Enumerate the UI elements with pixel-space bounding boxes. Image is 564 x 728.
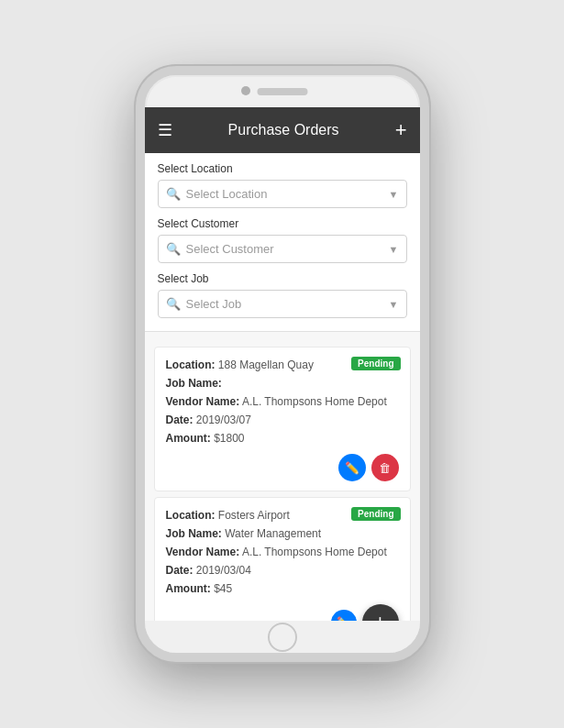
job-placeholder: Select Job <box>186 297 389 311</box>
order-1-date: Date: 2019/03/07 <box>166 412 399 428</box>
phone-home-area <box>145 621 420 653</box>
location-placeholder: Select Location <box>186 187 389 201</box>
home-button[interactable] <box>268 623 297 652</box>
order-2-actions: ✏️ + <box>166 604 399 621</box>
phone-speaker <box>257 88 307 95</box>
location-filter-label: Select Location <box>158 162 407 175</box>
customer-filter-group: Select Customer 🔍 Select Customer ▼ <box>158 217 407 263</box>
page-title: Purchase Orders <box>228 122 339 138</box>
order-1-job: Job Name: <box>166 375 399 392</box>
order-1-actions: ✏️ 🗑 <box>166 454 399 481</box>
customer-dropdown[interactable]: 🔍 Select Customer ▼ <box>158 235 407 263</box>
job-filter-group: Select Job 🔍 Select Job ▼ <box>158 272 407 318</box>
location-chevron-icon: ▼ <box>389 189 399 200</box>
job-search-icon: 🔍 <box>166 297 181 311</box>
orders-list: Pending Location: 188 Magellan Quay Job … <box>145 332 420 621</box>
order-2-vendor: Vendor Name: A.L. Thompsons Home Depot <box>166 544 399 560</box>
main-content: Select Location 🔍 Select Location ▼ Sele… <box>145 153 420 621</box>
order-card-1: Pending Location: 188 Magellan Quay Job … <box>154 347 411 491</box>
order-1-edit-button[interactable]: ✏️ <box>338 454 366 481</box>
location-dropdown[interactable]: 🔍 Select Location ▼ <box>158 180 407 208</box>
job-chevron-icon: ▼ <box>389 299 399 310</box>
location-search-icon: 🔍 <box>166 187 181 201</box>
menu-icon[interactable]: ☰ <box>158 120 172 140</box>
location-filter-group: Select Location 🔍 Select Location ▼ <box>158 162 407 208</box>
job-filter-label: Select Job <box>158 272 407 285</box>
order-2-date: Date: 2019/03/04 <box>166 562 399 579</box>
job-dropdown[interactable]: 🔍 Select Job ▼ <box>158 290 407 318</box>
order-2-amount: Amount: $45 <box>166 580 399 597</box>
customer-filter-label: Select Customer <box>158 217 407 230</box>
filter-section: Select Location 🔍 Select Location ▼ Sele… <box>145 153 420 332</box>
order-2-fab-button[interactable]: + <box>362 604 399 621</box>
phone-frame: ☰ Purchase Orders + Select Location 🔍 Se… <box>136 66 429 662</box>
order-1-status-badge: Pending <box>351 357 400 370</box>
order-1-delete-button[interactable]: 🗑 <box>371 454 399 481</box>
customer-chevron-icon: ▼ <box>389 244 399 255</box>
phone-screen: ☰ Purchase Orders + Select Location 🔍 Se… <box>145 107 420 621</box>
customer-placeholder: Select Customer <box>186 242 389 256</box>
phone-camera <box>241 86 250 95</box>
app-header: ☰ Purchase Orders + <box>145 107 420 153</box>
order-2-status-badge: Pending <box>351 507 400 521</box>
customer-search-icon: 🔍 <box>166 242 181 256</box>
order-1-vendor: Vendor Name: A.L. Thompsons Home Depot <box>166 393 399 410</box>
order-2-job: Job Name: Water Management <box>166 525 399 542</box>
order-card-2: Pending Location: Fosters Airport Job Na… <box>154 497 411 621</box>
order-1-amount: Amount: $1800 <box>166 430 399 447</box>
order-2-edit-button[interactable]: ✏️ <box>331 610 357 621</box>
add-icon[interactable]: + <box>395 118 407 142</box>
